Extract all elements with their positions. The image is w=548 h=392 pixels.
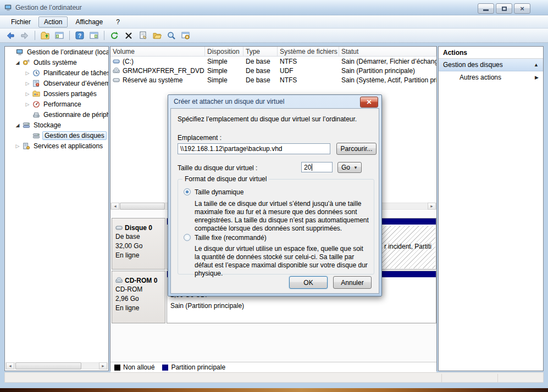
dialog-intro-text: Spécifiez l’emplacement du disque dur vi… (178, 115, 357, 123)
toolbar: ? (0, 29, 548, 43)
expander-icon[interactable] (25, 102, 30, 107)
tree-item-system-tools[interactable]: Outils système (5, 57, 108, 68)
actions-group-label: Gestion des disques (443, 61, 503, 69)
scrollbar-thumb[interactable] (15, 362, 81, 369)
dialog-title-bar[interactable]: Créer et attacher un disque dur virtuel (168, 95, 381, 108)
size-unit-dropdown[interactable]: Go ▼ (337, 162, 362, 173)
cancel-button[interactable]: Annuler (333, 276, 372, 289)
scrollbar-thumb[interactable] (120, 203, 165, 210)
expander-icon[interactable] (15, 143, 20, 149)
minimize-button[interactable] (478, 3, 494, 14)
settings-icon[interactable] (180, 30, 192, 41)
scroll-right-icon[interactable]: ► (428, 203, 436, 210)
performance-icon (32, 100, 40, 108)
column-header-type[interactable]: Type (243, 47, 278, 56)
disk0-info-box[interactable]: Disque 0 De base 32,00 Go En ligne (112, 218, 165, 270)
dialog-close-button[interactable]: ✕ (360, 97, 378, 108)
expander-icon[interactable] (25, 70, 30, 76)
volume-type: De base (243, 58, 278, 65)
tree-item-event-viewer[interactable]: ! Observateur d’événeme (5, 78, 108, 88)
actions-group-disk-management[interactable]: Gestion des disques ▲ (439, 59, 543, 71)
properties-icon[interactable] (137, 30, 149, 41)
tree-item-label: Gestion de l’ordinateur (local) (26, 48, 108, 56)
location-value: \\192.168.1.12\partage\backup.vhd (180, 145, 282, 153)
tree-item-computer-management[interactable]: Gestion de l’ordinateur (local) (5, 47, 108, 57)
tree-item-disk-management[interactable]: Gestion des disques (5, 130, 108, 141)
disk-icon (115, 224, 123, 232)
column-header-status[interactable]: Statut (339, 47, 436, 56)
menu-action[interactable]: Action (38, 16, 68, 27)
close-icon: × (520, 5, 524, 12)
scroll-left-icon[interactable]: ◄ (6, 362, 14, 369)
ok-button[interactable]: OK (289, 276, 328, 289)
scroll-right-icon[interactable]: ► (99, 362, 107, 369)
cd-volume-icon (113, 67, 120, 75)
menu-fichier[interactable]: Fichier (5, 16, 36, 27)
toolbar-separator (104, 31, 104, 40)
delete-icon[interactable] (123, 30, 135, 41)
cancel-button-label: Annuler (341, 279, 363, 287)
create-vhd-dialog: Créer et attacher un disque dur virtuel … (168, 94, 382, 296)
up-level-icon[interactable] (39, 30, 51, 41)
menu-help[interactable]: ? (110, 16, 125, 27)
volume-disposition: Simple (205, 58, 243, 65)
show-action-pane-icon[interactable] (88, 30, 100, 41)
expander-icon[interactable] (25, 81, 30, 86)
column-header-filesystem[interactable]: Système de fichiers (278, 47, 339, 56)
tree-item-task-scheduler[interactable]: Planificateur de tâches (5, 68, 108, 78)
open-icon[interactable] (151, 30, 163, 41)
cdrom0-info-box[interactable]: CD-ROM 0 CD-ROM 2,96 Go En ligne (112, 271, 165, 323)
shared-folders-icon (32, 90, 40, 98)
radio-fixed-size[interactable] (184, 234, 191, 241)
browse-button[interactable]: Parcourir... (336, 143, 377, 155)
close-button[interactable]: × (514, 3, 530, 14)
console-tree-panel: Gestion de l’ordinateur (local) Outils s… (4, 46, 109, 371)
storage-icon (23, 121, 30, 129)
disk-management-icon (32, 132, 40, 139)
volume-disposition: Simple (205, 76, 243, 84)
tree-item-label: Gestion des disques (42, 131, 107, 140)
close-icon: ✕ (366, 98, 372, 106)
svg-text:?: ? (78, 32, 81, 38)
volume-status: Sain (Partition principale) (339, 67, 436, 75)
actions-item-more-actions[interactable]: Autres actions ▶ (439, 71, 543, 83)
tree-item-services-applications[interactable]: Services et applications (5, 141, 108, 151)
location-input[interactable]: \\192.168.1.12\partage\backup.vhd (178, 143, 330, 154)
menu-affichage[interactable]: Affichage (70, 16, 108, 27)
show-console-tree-icon[interactable] (53, 30, 65, 41)
toolbar-separator (35, 31, 35, 40)
volume-row-dvd[interactable]: GRMCHPXFRER_FR_DVD (D:) Simple De base U… (110, 66, 436, 75)
disk-volume-icon (113, 76, 120, 84)
tree-item-label: Planificateur de tâches (42, 69, 108, 77)
tree-item-device-manager[interactable]: Gestionnaire de périphé (5, 109, 108, 120)
expander-icon[interactable] (15, 122, 20, 128)
find-icon[interactable] (165, 30, 178, 41)
refresh-icon[interactable] (108, 30, 120, 41)
tree-item-shared-folders[interactable]: Dossiers partagés (5, 88, 108, 99)
volume-filesystem: NTFS (278, 58, 339, 65)
expander-icon[interactable] (25, 91, 30, 97)
volume-name: GRMCHPXFRER_FR_DVD (D:) (123, 67, 205, 75)
tree-horizontal-scrollbar[interactable]: ◄ ► (5, 362, 108, 369)
back-icon[interactable] (4, 30, 16, 41)
restore-button[interactable] (496, 3, 512, 14)
volume-list-header: Volume Disposition Type Système de fichi… (110, 47, 436, 57)
size-unit-value: Go (341, 164, 350, 171)
forward-icon[interactable] (19, 30, 31, 41)
volume-row-c[interactable]: (C:) Simple De base NTFS Sain (Démarrer,… (110, 57, 436, 66)
scroll-left-icon[interactable]: ◄ (111, 203, 119, 210)
size-input[interactable]: 20 (301, 162, 333, 172)
tree-item-storage[interactable]: Stockage (5, 120, 108, 130)
system-tools-icon (23, 59, 30, 66)
collapse-icon[interactable]: ▲ (534, 62, 539, 68)
title-bar: Gestion de l’ordinateur (0, 0, 548, 15)
column-header-disposition[interactable]: Disposition (205, 47, 243, 56)
column-header-volume[interactable]: Volume (110, 47, 205, 56)
radio-dynamic-size[interactable] (184, 188, 191, 195)
help-icon[interactable]: ? (74, 30, 86, 41)
tree-item-performance[interactable]: Performance (5, 99, 108, 109)
radio-dynamic-label[interactable]: Taille dynamique (195, 188, 243, 196)
volume-row-system-reserved[interactable]: Réservé au système Simple De base NTFS S… (110, 75, 436, 85)
expander-icon[interactable] (15, 60, 20, 65)
radio-fixed-label[interactable]: Taille fixe (recommandé) (195, 234, 267, 242)
